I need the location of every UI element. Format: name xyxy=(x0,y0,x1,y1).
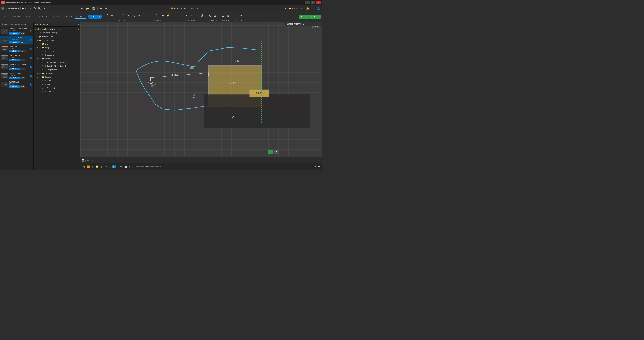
doc-item-levitron[interactable]: Inception Levitron 5:23:42 PM ✏ Editable… xyxy=(0,36,33,44)
close-doc-button[interactable]: ✕ xyxy=(196,7,200,10)
polygon-tool[interactable]: △ xyxy=(131,13,136,18)
version-btn-scifi[interactable]: V4 ▾ xyxy=(20,85,25,88)
browser-node-doc-settings[interactable]: ▶ ⚙ Document Settings xyxy=(34,31,80,35)
nav-cube-button[interactable]: ◈ xyxy=(106,165,108,168)
cloud-button[interactable]: ☁ xyxy=(300,7,304,10)
browser-node-origin[interactable]: ▶ 👁 📁 Origin xyxy=(34,42,80,46)
eye-icon-ring-magnet[interactable]: 👁 xyxy=(41,68,44,71)
expand-icon-canvases[interactable]: ▶ xyxy=(36,72,38,75)
home-icon[interactable]: 🏠 xyxy=(1,23,3,25)
vertical-constraint[interactable]: | xyxy=(178,13,183,18)
step-forward-button[interactable]: ⏩ xyxy=(95,165,99,169)
timeline-add-button[interactable]: + xyxy=(314,165,317,168)
timeline-dot[interactable] xyxy=(142,166,143,168)
version-btn-witcher[interactable]: V7 ▾ xyxy=(20,32,25,34)
coincident-constraint[interactable]: ● xyxy=(184,13,189,18)
zoom-button[interactable]: 🔍 xyxy=(120,165,124,168)
comments-expand-button[interactable]: ◀◀ xyxy=(82,159,84,162)
eye-icon-sketches[interactable]: 👁 xyxy=(39,76,41,78)
parallel-constraint[interactable]: ∥ xyxy=(195,13,200,18)
eye-icon-bodies[interactable]: 👁 xyxy=(39,57,41,60)
reject-sketch-button[interactable]: ✕ xyxy=(274,150,278,154)
accept-sketch-button[interactable]: ✓ xyxy=(268,150,273,154)
eye-icon-origin[interactable]: 👁 xyxy=(39,43,41,45)
timeline-settings-button[interactable]: ⚙ xyxy=(318,165,321,168)
expand-icon-named-views[interactable]: ▶ xyxy=(36,35,38,38)
expand-icon-bodies[interactable]: ▼ xyxy=(36,57,38,60)
browser-node-section1[interactable]: 👁 ▦ Section1 xyxy=(34,49,80,53)
grid-view-button[interactable]: ⊞ xyxy=(80,7,84,10)
select-dropdown[interactable]: ▾ xyxy=(239,13,244,18)
timeline-dot[interactable] xyxy=(145,166,146,168)
browser-node-top-upper[interactable]: 👁 □ Top (1/4X1/16) (Upper) xyxy=(34,60,80,64)
fillet-tool[interactable]: ⌐ xyxy=(144,13,149,18)
utilities-tab[interactable]: UTILITIES xyxy=(62,15,74,18)
timeline-dot[interactable] xyxy=(143,166,144,168)
insert-image-tool[interactable]: 🖼 xyxy=(220,13,225,18)
minimize-button[interactable]: ─ xyxy=(305,1,310,4)
surface-tab[interactable]: SURFACE xyxy=(12,15,24,18)
timeline-dot[interactable] xyxy=(155,166,156,168)
close-panel-button[interactable]: ✕ xyxy=(42,6,46,10)
editable-btn-levitron[interactable]: ✏ Editable ▾ xyxy=(9,41,20,43)
view-cube-button[interactable]: ⬜ xyxy=(124,165,128,168)
version-btn-levitron[interactable]: V63 ▾ xyxy=(20,41,26,43)
eye-icon-top-lower[interactable]: 👁 xyxy=(41,65,44,67)
redo-button[interactable]: ↪ xyxy=(104,7,108,10)
goto-start-button[interactable]: ⏮ xyxy=(82,165,86,169)
eye-icon-sketch7[interactable]: 👁 xyxy=(41,83,44,86)
eye-icon-canvases[interactable]: 👁 xyxy=(39,72,41,75)
trim-mod-tool[interactable]: ⌐ xyxy=(150,13,154,18)
select-tool[interactable]: ⬚ xyxy=(234,13,238,18)
browser-root[interactable]: ▼ 🔶 Inception Levitron v63 ⚙ xyxy=(34,27,80,31)
browser-node-selection-sets[interactable]: ▶ 📁 Selection Sets xyxy=(34,38,80,42)
eye-icon-sketch20[interactable]: 👁 xyxy=(41,87,44,89)
save-button[interactable]: 💾 xyxy=(91,7,96,10)
editable-btn-diving[interactable]: ✏ Editable ▾ xyxy=(9,59,20,61)
new-tab-button[interactable]: + xyxy=(284,7,288,10)
version-btn-magnetic[interactable]: V16 ▾ xyxy=(20,68,26,70)
solid-tab[interactable]: SOLID xyxy=(2,15,11,18)
browser-node-canvases[interactable]: ▶ 👁 📁 Canvases xyxy=(34,71,80,75)
offset-tool[interactable]: ═ xyxy=(160,13,165,18)
browser-node-top-lower[interactable]: 👁 □ Top (1/4X1/16) (Lower) xyxy=(34,64,80,68)
settings-button[interactable]: ⚙ xyxy=(24,23,26,26)
insert-dxf-tool[interactable]: ⊞ xyxy=(226,13,230,18)
doc-item-flaregun[interactable]: Flare Gun 7/5/23 ✏ Editable ▾ V151 ▾ 👤 xyxy=(0,44,33,53)
orbit-button[interactable]: ⊕ xyxy=(116,165,119,168)
line-tool[interactable]: ╱ xyxy=(104,13,109,18)
eye-icon-top-upper[interactable]: 👁 xyxy=(41,61,44,63)
plastic-tab[interactable]: PLASTIC xyxy=(50,15,62,18)
timeline-dot[interactable] xyxy=(140,166,141,168)
circle-tool[interactable]: ○ xyxy=(115,13,120,18)
browser-node-sketch1[interactable]: 👁 ✏ Sketch1 xyxy=(34,79,80,83)
snap-button[interactable]: ⊞ xyxy=(109,165,112,168)
editable-btn-scifi[interactable]: ✏ Editable ▾ xyxy=(9,85,20,88)
horizontal-constraint[interactable]: — xyxy=(173,13,178,18)
display-button[interactable]: ⊞ xyxy=(128,165,131,168)
goto-end-button[interactable]: ⏭ xyxy=(100,165,104,169)
notification-button[interactable]: 🔔 xyxy=(305,7,310,10)
mirror-tool[interactable]: ⚡ xyxy=(166,13,170,18)
grid-button[interactable]: ⊞ xyxy=(131,165,134,168)
timeline-dot[interactable] xyxy=(152,166,153,168)
expand-icon-origin[interactable]: ▶ xyxy=(36,43,38,45)
step-back-button[interactable]: ⏪ xyxy=(86,165,90,169)
inspect-angle-tool[interactable]: ∠ xyxy=(213,13,218,18)
lock-constraint[interactable]: 🔒 xyxy=(200,13,205,18)
search-button[interactable]: 🔍 xyxy=(37,6,42,10)
version-btn-flaregun[interactable]: V151 ▾ xyxy=(20,50,26,52)
doc-item-dungeon[interactable]: Dungeon Door 6/28/23 ✏ Editable ▾ V4 ▾ 👤 xyxy=(0,71,33,80)
root-expand-icon[interactable]: ▼ xyxy=(34,28,36,30)
version-btn-dungeon[interactable]: V4 ▾ xyxy=(20,77,25,79)
browser-node-sketch21[interactable]: 👁 ✏ Sketch21 xyxy=(34,90,80,94)
comments-close-button[interactable]: ● xyxy=(320,159,321,162)
timeline-dot[interactable] xyxy=(153,166,154,168)
timeline-dot[interactable] xyxy=(138,166,139,168)
expand-icon-sketches[interactable]: ▼ xyxy=(36,76,38,78)
design-button[interactable]: DESIGN ▾ xyxy=(88,15,102,18)
equal-constraint[interactable]: = xyxy=(189,13,194,18)
undo-button[interactable]: ↩ xyxy=(99,7,103,10)
mesh-tab[interactable]: MESH xyxy=(24,15,33,18)
trim-tool[interactable]: ✂ xyxy=(137,13,142,18)
